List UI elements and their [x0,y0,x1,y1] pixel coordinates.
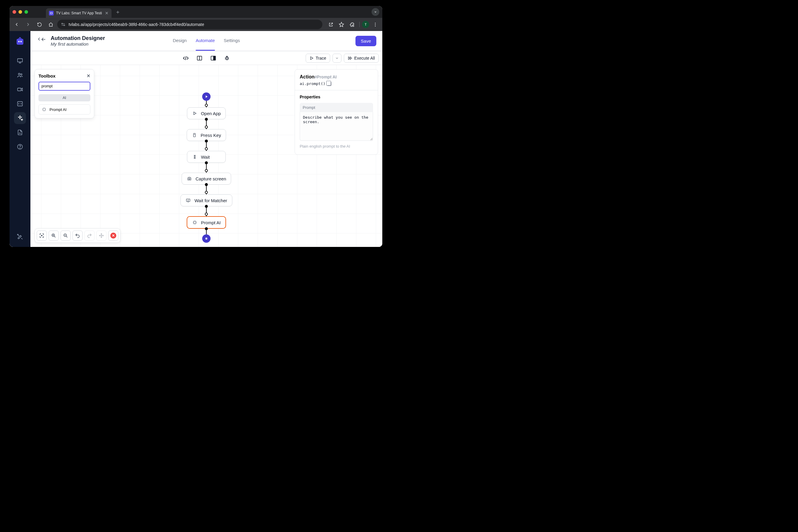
play-all-icon [348,56,353,60]
svg-point-13 [18,73,20,75]
browser-menu-icon[interactable] [370,20,380,29]
monitor-check-icon [186,198,191,203]
svg-rect-9 [20,41,21,42]
extensions-icon[interactable] [347,20,357,29]
browser-tab[interactable]: TV Labs: Smart TV App Testi ✕ [46,8,112,18]
site-settings-icon[interactable] [61,22,65,27]
delete-icon: ✕ [110,233,116,239]
tab-automate[interactable]: Automate [196,31,215,51]
svg-rect-1 [62,23,63,24]
svg-rect-36 [43,108,45,111]
tab-close-icon[interactable]: ✕ [105,11,109,16]
field-label: Prompt [300,103,373,112]
back-arrow-icon[interactable] [41,35,46,42]
zoom-in-button[interactable] [49,230,59,241]
window-maximize[interactable] [24,10,28,14]
sidebar-item-tools[interactable] [14,231,26,243]
execute-all-button[interactable]: Execute All [344,54,379,63]
svg-point-14 [21,74,22,75]
sidebar-item-team[interactable] [14,69,26,81]
nav-back-icon[interactable] [12,20,21,29]
browser-addressbar: tvlabs.ai/app/projects/c46beab9-38fd-466… [10,18,382,31]
field-help-text: Plain english prompt to the AI [300,144,373,149]
sidebar-item-devices[interactable] [14,55,26,67]
app-root: Automation Designer My first automation … [10,31,382,247]
view-code-icon[interactable] [182,55,189,62]
tab-design[interactable]: Design [173,31,187,51]
undo-button[interactable] [73,230,82,241]
trace-dropdown-button[interactable] [332,54,341,63]
app-logo-icon[interactable] [15,36,25,47]
divider [359,22,360,27]
node-label: Open App [201,111,221,116]
save-button[interactable]: Save [356,36,376,46]
flow-node-capture-screen[interactable]: Capture screen [182,173,231,185]
flow-node-press-key[interactable]: Press Key [187,129,226,141]
sidebar-item-help[interactable] [14,141,26,153]
tab-settings[interactable]: Settings [224,31,240,51]
ai-chip-icon [192,220,197,225]
chevron-down-icon [335,56,339,60]
nav-forward-icon [23,20,33,29]
flow-node-wait-matcher[interactable]: Wait for Matcher [180,194,232,206]
toolbox-category: AI [38,94,90,101]
sidebar-item-code[interactable] [14,98,26,110]
svg-point-6 [375,24,376,25]
tab-title: TV Labs: Smart TV App Testi [56,11,102,15]
bookmark-icon[interactable] [337,20,346,29]
profile-avatar[interactable]: T [362,21,369,28]
window-close[interactable] [13,10,16,14]
svg-rect-50 [193,221,196,224]
camera-icon [187,176,192,181]
flow-canvas[interactable]: Toolbox ✕ AI Prompt AI [31,65,382,247]
layout-split-icon[interactable] [196,55,203,62]
tabs-dropdown-button[interactable] [372,8,379,16]
svg-rect-16 [18,102,23,106]
svg-line-33 [225,59,226,59]
url-input[interactable]: tvlabs.ai/app/projects/c46beab9-38fd-466… [57,20,322,29]
flow-node-open-app[interactable]: Open App [187,107,226,119]
sidebar [10,31,31,247]
delete-button[interactable]: ✕ [108,230,118,241]
open-external-icon[interactable] [326,20,336,29]
props-hash: #Prompt AI [315,75,337,79]
zoom-out-button[interactable] [60,230,71,241]
sidebar-item-reports[interactable] [14,127,26,138]
svg-point-7 [375,26,376,26]
end-node[interactable] [202,234,211,243]
page-header: Automation Designer My first automation … [31,31,382,51]
start-node[interactable] [202,92,211,101]
node-label: Capture screen [196,176,226,181]
properties-panel: Action#Prompt AI ai.prompt() Properties … [294,69,378,155]
sidebar-item-automate[interactable] [14,112,26,124]
trace-label: Trace [316,56,326,60]
toolbox-item-label: Prompt AI [50,107,66,112]
props-heading: Action [300,74,315,79]
prompt-textarea[interactable] [300,112,373,141]
new-tab-button[interactable]: ＋ [115,8,120,16]
layout-right-panel-icon[interactable] [210,55,217,62]
window-minimize[interactable] [18,10,22,14]
svg-rect-10 [18,59,23,62]
flow-node-wait[interactable]: Wait [187,151,226,163]
nav-reload-icon[interactable] [35,20,44,29]
props-code-text: ai.prompt() [300,81,325,86]
sidebar-item-recordings[interactable] [14,83,26,95]
url-text: tvlabs.ai/app/projects/c46beab9-38fd-466… [69,22,204,27]
debug-icon[interactable] [223,55,230,62]
svg-line-31 [225,58,226,58]
toolbox-close-icon[interactable]: ✕ [87,73,90,79]
main-area: Automation Designer My first automation … [31,31,382,247]
flow-graph: Open App Press Key Wait [176,92,236,243]
toolbox-item-prompt-ai[interactable]: Prompt AI [38,104,90,115]
svg-point-22 [17,234,18,235]
nav-home-icon[interactable] [46,20,55,29]
toolbox-search-input[interactable] [38,82,90,91]
trace-button[interactable]: Trace [306,54,330,63]
fit-view-button[interactable] [37,230,47,241]
copy-icon[interactable] [327,82,331,86]
flow-node-prompt-ai[interactable]: Prompt AI [187,216,226,229]
svg-rect-45 [193,133,195,137]
divider [295,90,378,90]
node-label: Wait for Matcher [194,198,227,203]
